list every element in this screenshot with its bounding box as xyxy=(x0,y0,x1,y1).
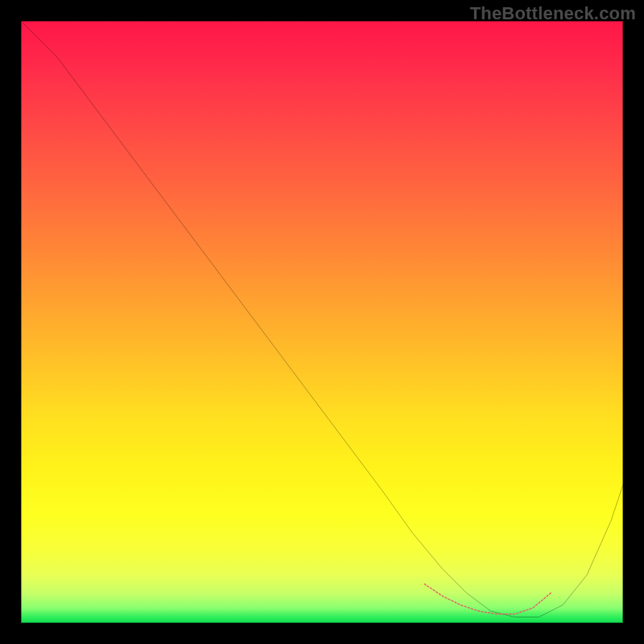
curve-overlay xyxy=(21,21,623,623)
chart-canvas: TheBottleneck.com xyxy=(0,0,644,644)
watermark-label: TheBottleneck.com xyxy=(470,3,636,24)
bottleneck-curve xyxy=(21,21,623,617)
valley-marker-path xyxy=(424,584,551,613)
plot-area xyxy=(21,21,623,623)
